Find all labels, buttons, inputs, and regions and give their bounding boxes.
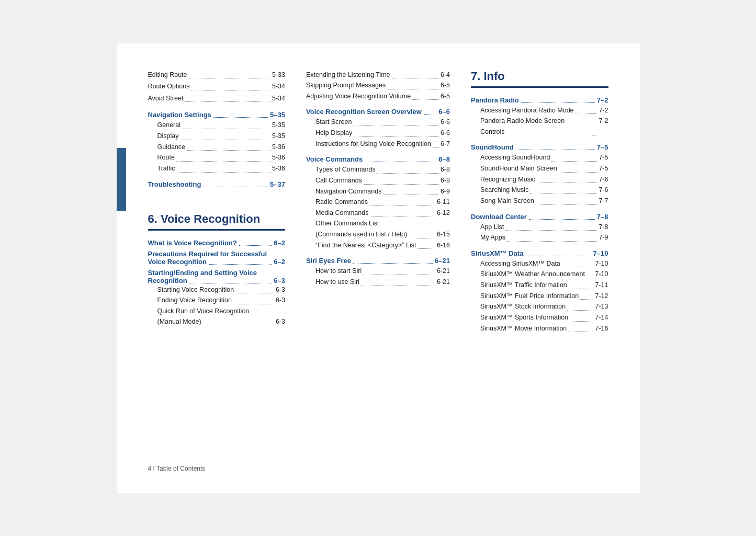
avoid-street-entry: Avoid Street 5-34 (148, 93, 286, 104)
footer: 4 I Table of Contents (148, 461, 608, 472)
radio-commands-entry: Radio Commands 6-11 (306, 197, 450, 208)
page-number: 6-5 (441, 91, 450, 102)
dot-leader (185, 93, 270, 102)
siriusxm-data-page: 7–10 (593, 249, 608, 257)
route-entry: Route 5-36 (148, 152, 286, 163)
entry-label: Editing Route (148, 70, 187, 81)
searching-music-entry: Searching Music 7-6 (471, 185, 608, 196)
dot-leader (521, 102, 595, 103)
entry-label: Accessing Pandora Radio Mode (480, 105, 574, 116)
dot-leader (354, 128, 439, 137)
dot-leader (580, 291, 593, 300)
dot-leader (551, 152, 597, 162)
dot-leader (525, 256, 591, 256)
types-of-commands-entry: Types of Commands 6-8 (306, 164, 450, 175)
entry-label: Extending the Listening Time (306, 70, 390, 81)
vr-screen-header: Voice Recognition Screen Overview 6–6 (306, 108, 450, 116)
entry-label: How to use Siri (315, 277, 359, 288)
precautions-label1: Precautions Required for Successful (148, 250, 267, 258)
entry-label: Traffic (157, 163, 175, 174)
page-number: 5-36 (272, 152, 285, 163)
skipping-entry: Skipping Prompt Messages 6-5 (306, 80, 450, 91)
dot-leader (365, 162, 436, 162)
section-7-title: 7. Info (471, 70, 608, 88)
accessing-soundhound-entry: Accessing SoundHound 7-5 (471, 152, 608, 163)
entry-label: Guidance (157, 142, 186, 153)
page-number: 5-35 (272, 120, 285, 131)
dot-leader (189, 283, 272, 283)
page-number: 6-4 (441, 70, 450, 81)
dot-leader (189, 70, 270, 79)
app-list-entry: App List 7-8 (471, 222, 608, 233)
dot-leader (353, 263, 433, 264)
entry-label: Searching Music (480, 185, 528, 196)
entry-label: Starting Voice Recognition (157, 284, 234, 295)
entry-label: Start Screen (315, 117, 352, 128)
column-right: 7. Info Pandora Radio 7–2 Accessing Pand… (471, 70, 608, 445)
recognizing-music-entry: Recognizing Music 7-6 (471, 174, 608, 185)
page-number: 5-34 (272, 93, 285, 104)
dot-leader (364, 175, 439, 185)
section-6-title: 6. Voice Recognition (148, 212, 286, 231)
page-number: 7-11 (595, 280, 608, 291)
starting-ending-label1: Starting/Ending and Setting Voice (148, 269, 257, 277)
media-commands-entry: Media Commands 6-12 (306, 208, 450, 219)
traffic-entry: Traffic 5-36 (148, 163, 286, 174)
page-number: 7-12 (595, 291, 608, 302)
troubleshooting-page: 5–37 (270, 180, 285, 188)
toc-row: Route Options 5-34 (148, 81, 286, 92)
precautions-header-row2: Voice Recognition 6–2 (148, 258, 286, 266)
starting-ending-header: Starting/Ending and Setting Voice (148, 269, 286, 277)
entry-label: SoundHound Main Screen (480, 163, 557, 174)
siriusxm-movie-entry: SiriusXM™ Movie Information 7-16 (471, 323, 608, 334)
starting-vr-entry: Starting Voice Recognition 6-3 (148, 284, 286, 295)
precautions-page: 6–2 (274, 258, 285, 266)
soundhound-main-entry: SoundHound Main Screen 7-5 (471, 163, 608, 174)
entry-label: Instructions for Using Voice Recognition (315, 139, 431, 150)
quick-run-entry: Quick Run of Voice Recognition (Manual M… (148, 306, 286, 327)
entry-label: Radio Commands (315, 197, 368, 208)
starting-ending-label2: Recognition (148, 277, 187, 284)
my-apps-entry: My Apps 7-9 (471, 232, 608, 243)
page: Editing Route 5-33 Route Options 5-34 Av… (117, 43, 640, 493)
column-mid: Extending the Listening Time 6-4 Skippin… (306, 70, 450, 445)
page-number: 6-6 (441, 128, 450, 139)
download-center-label: Download Center (471, 213, 527, 221)
dot-leader (369, 197, 435, 206)
dot-leader (387, 80, 439, 89)
dot-leader (233, 295, 274, 304)
toc-row: Avoid Street 5-34 (148, 93, 286, 104)
ending-vr-entry: Ending Voice Recognition 6-3 (148, 295, 286, 306)
dot-leader (412, 91, 439, 100)
editing-route-entry: Editing Route 5-33 (148, 70, 286, 81)
extending-entry: Extending the Listening Time 6-4 (306, 70, 450, 81)
dot-leader (361, 277, 435, 286)
precautions-label2: Voice Recognition (148, 258, 207, 266)
song-main-screen-entry: Song Main Screen 7-7 (471, 196, 608, 207)
siriusxm-sports-entry: SiriusXM™ Sports Information 7-14 (471, 312, 608, 323)
page-number: 7-13 (595, 301, 608, 312)
entry-label: Types of Commands (315, 164, 376, 175)
page-number: 6-9 (441, 186, 450, 197)
column-left: Editing Route 5-33 Route Options 5-34 Av… (148, 70, 286, 445)
quick-run-label1: Quick Run of Voice Recognition (157, 306, 286, 316)
display-entry: Display 5-35 (148, 131, 286, 142)
page-number: 7-2 (599, 116, 608, 137)
dot-leader (377, 164, 439, 174)
page-number: 7-8 (599, 222, 608, 233)
entry-label: Accessing SoundHound (480, 152, 550, 163)
entry-label: Route (157, 152, 175, 163)
other-commands-row2: (Commands used in List / Help) 6-15 (315, 229, 450, 240)
other-commands-label2: (Commands used in List / Help) (315, 229, 407, 240)
entry-label: Route Options (148, 81, 190, 92)
dot-leader (568, 323, 593, 333)
page-number: 6-8 (441, 164, 450, 175)
pandora-access-entry: Accessing Pandora Radio Mode 7-2 (471, 105, 608, 116)
help-display-entry: Help Display 6-6 (306, 128, 450, 139)
starting-ending-page: 6–3 (274, 277, 285, 284)
page-number: 6-11 (437, 197, 450, 208)
left-tab-accent (117, 148, 126, 211)
download-center-page: 7–8 (597, 213, 608, 221)
call-commands-entry: Call Commands 6-8 (306, 175, 450, 186)
dot-leader (235, 284, 274, 294)
